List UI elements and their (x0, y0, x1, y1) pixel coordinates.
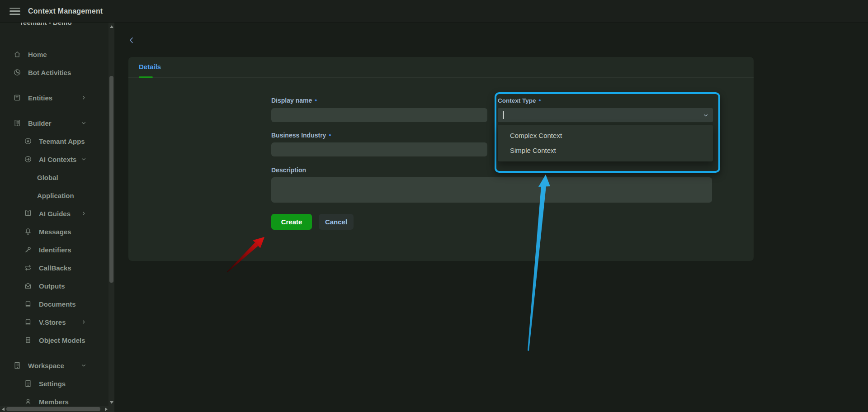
sidebar-item-label: V.Stores (39, 318, 66, 326)
page-title: Context Management (28, 7, 103, 15)
envelope-icon (24, 282, 32, 290)
business-industry-label: Business Industry• (271, 132, 331, 139)
scroll-right-arrow-icon[interactable] (103, 406, 109, 412)
sidebar-item-label: CallBacks (39, 264, 71, 272)
sidebar-item-messages[interactable]: Messages (0, 223, 108, 241)
business-industry-input[interactable] (271, 142, 487, 156)
sidebar-item-ai-guides[interactable]: AI Guides (0, 204, 108, 223)
sidebar-item-application[interactable]: Application (0, 186, 108, 204)
sidebar-item-bot-activities[interactable]: Bot Activities (0, 63, 108, 81)
bell-icon (24, 227, 32, 236)
text-cursor (503, 111, 504, 119)
sidebar-item-settings[interactable]: Settings (0, 374, 108, 393)
required-marker: • (539, 97, 541, 104)
notebook-icon (24, 318, 32, 326)
sidebar-vertical-scrollbar[interactable] (108, 23, 114, 406)
sidebar-item-callbacks[interactable]: CallBacks (0, 259, 108, 277)
scroll-down-arrow-icon[interactable] (108, 399, 114, 405)
sidebar-item-ai-contexts[interactable]: AI Contexts (0, 150, 108, 168)
sidebar-item-label: AI Contexts (39, 156, 76, 163)
sidebar-item-label: Global (37, 174, 58, 181)
option-complex-context[interactable]: Complex Context (498, 128, 713, 143)
top-header: Context Management (0, 0, 868, 23)
create-button[interactable]: Create (271, 214, 312, 230)
scroll-up-arrow-icon[interactable] (108, 24, 114, 29)
details-card: Details Display name• Business Industry•… (128, 57, 754, 261)
sidebar-item-identifiers[interactable]: Identifiers (0, 241, 108, 259)
list-box-icon (13, 94, 21, 102)
sidebar: Teemant - Demo HomeBot ActivitiesEntitie… (0, 23, 114, 412)
app-store-icon (24, 137, 32, 145)
display-name-label: Display name• (271, 97, 317, 104)
building-icon (24, 379, 32, 388)
chevron-down-icon[interactable] (703, 112, 709, 118)
sidebar-item-outputs[interactable]: Outputs (0, 277, 108, 295)
sidebar-item-builder[interactable]: Builder (0, 114, 108, 132)
home-icon (13, 50, 21, 58)
sidebar-item-entities[interactable]: Entities (0, 89, 108, 107)
chevron-right-icon (80, 319, 87, 325)
horizontal-scroll-thumb[interactable] (6, 407, 100, 411)
sidebar-item-label: Outputs (39, 282, 65, 290)
sidebar-item-label: Settings (39, 380, 66, 388)
sidebar-item-label: Members (39, 398, 69, 406)
stacked-list-icon (24, 336, 32, 344)
chevron-down-icon (80, 362, 87, 369)
sidebar-item-label: Application (37, 192, 74, 199)
required-marker: • (315, 97, 317, 104)
sidebar-item-label: Workspace (28, 362, 64, 369)
building-icon (13, 361, 21, 369)
person-icon (24, 398, 32, 406)
tab-bar: Details (128, 57, 754, 78)
description-label: Description (271, 166, 306, 174)
sidebar-item-label: Documents (39, 300, 76, 308)
menu-icon[interactable] (9, 8, 20, 15)
chevron-left-icon (127, 36, 136, 44)
required-marker: • (329, 132, 331, 139)
notebook-icon (24, 300, 32, 308)
building-icon (13, 119, 21, 127)
sidebar-item-documents[interactable]: Documents (0, 295, 108, 313)
sidebar-item-label: Bot Activities (28, 69, 71, 76)
sidebar-item-global[interactable]: Global (0, 168, 108, 186)
sidebar-item-label: AI Guides (39, 210, 71, 218)
scroll-left-arrow-icon[interactable] (0, 406, 6, 412)
repeat-icon (24, 264, 32, 272)
context-type-input[interactable] (498, 108, 713, 122)
cancel-button[interactable]: Cancel (319, 214, 354, 230)
display-name-input[interactable] (271, 108, 487, 122)
sidebar-item-label: Messages (39, 228, 71, 236)
arrow-right-circle-icon (24, 155, 32, 163)
sidebar-nav: HomeBot ActivitiesEntitiesBuilderTeemant… (0, 45, 108, 411)
sidebar-item-workspace[interactable]: Workspace (0, 356, 108, 374)
option-simple-context[interactable]: Simple Context (498, 143, 713, 158)
sidebar-item-label: Teemant Apps (39, 137, 85, 145)
sidebar-item-teemant-apps[interactable]: Teemant Apps (0, 132, 108, 150)
context-type-dropdown: Complex ContextSimple Context (498, 125, 713, 161)
key-icon (24, 246, 32, 254)
chevron-right-icon (80, 95, 87, 101)
sidebar-item-label: Home (28, 51, 47, 58)
sidebar-item-label: Object Models (39, 336, 85, 344)
back-button[interactable] (127, 36, 137, 46)
vertical-scroll-thumb[interactable] (109, 76, 113, 283)
open-book-icon (24, 209, 32, 218)
app-window: Context Management Teemant - Demo HomeBo… (0, 0, 868, 412)
sidebar-horizontal-scrollbar[interactable] (0, 406, 114, 412)
chevron-right-icon (80, 210, 87, 217)
tab-details[interactable]: Details (139, 63, 161, 71)
context-type-combobox[interactable] (498, 108, 713, 122)
sidebar-item-label: Builder (28, 119, 52, 127)
sidebar-item-object-models[interactable]: Object Models (0, 331, 108, 349)
description-textarea[interactable] (271, 177, 712, 203)
sidebar-item-v-stores[interactable]: V.Stores (0, 313, 108, 331)
chevron-down-icon (80, 156, 87, 162)
sidebar-item-label: Entities (28, 94, 52, 102)
chevron-down-icon (80, 120, 87, 126)
sidebar-item-label: Identifiers (39, 246, 71, 254)
workspace-name[interactable]: Teemant - Demo (19, 23, 72, 27)
context-type-label: Context Type• (498, 97, 541, 104)
tab-active-indicator (139, 76, 153, 78)
sidebar-item-home[interactable]: Home (0, 45, 108, 63)
phone-circle-icon (13, 68, 21, 76)
